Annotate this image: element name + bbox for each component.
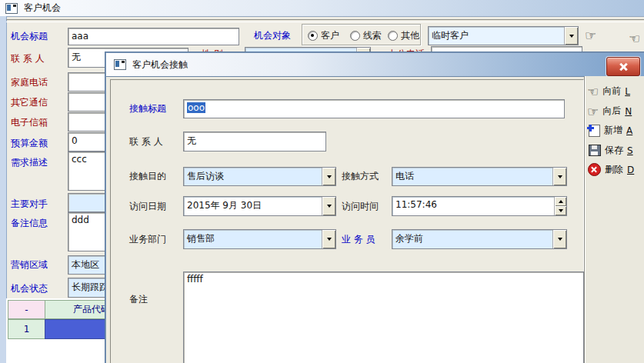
combo-business-department[interactable]: 销售部: [183, 229, 336, 249]
visit-date-value: 2015年 9月 30日: [184, 197, 322, 215]
delete-button[interactable]: 删除 D: [588, 163, 634, 176]
backward-button-label: 向后: [602, 105, 621, 118]
input-dialog-contact-person[interactable]: 无: [183, 132, 326, 152]
radio-other-icon[interactable]: [388, 31, 398, 41]
radio-option-other[interactable]: 其他: [388, 30, 419, 41]
dialog-titlebar[interactable]: 客户机会接触: [106, 53, 644, 77]
input-contact-title[interactable]: ooo: [183, 99, 565, 118]
product-table-row-number[interactable]: 1: [8, 319, 45, 339]
parent-client-top-border: [6, 19, 644, 22]
backward-button[interactable]: ☞ 向后 N: [587, 105, 632, 118]
label-demand-description: 需求描述: [11, 157, 48, 168]
header-minus-text: -: [25, 305, 28, 315]
input-opportunity-title[interactable]: aaa: [68, 28, 239, 45]
label-contact-title: 接触标题: [129, 103, 166, 114]
radio-customer-selected-icon[interactable]: [308, 31, 318, 41]
radio-option-lead[interactable]: 线索: [350, 30, 382, 41]
dropdown-arrow-icon: [558, 175, 562, 178]
label-dialog-contact-person: 联 系 人: [129, 136, 163, 147]
forward-button-label: 向前: [602, 85, 621, 98]
combo-customer-type[interactable]: 临时客户: [428, 26, 579, 45]
save-button-label: 保存: [605, 144, 623, 157]
combo-visit-date[interactable]: 2015年 9月 30日: [183, 196, 336, 216]
combo-salesman-dropdown-button[interactable]: [552, 230, 566, 248]
label-main-rival: 主要对手: [11, 198, 48, 209]
radio-option-customer[interactable]: 客户: [308, 30, 339, 41]
delete-cross-icon: [588, 163, 601, 176]
dropdown-arrow-icon: [558, 238, 562, 241]
combo-visit-date-dropdown-button[interactable]: [322, 197, 335, 215]
opportunity-title-value: aaa: [68, 28, 239, 42]
contact-purpose-value: 售后访谈: [184, 168, 322, 185]
dropdown-arrow-icon: [327, 238, 332, 241]
save-button[interactable]: 保存 S: [589, 144, 633, 157]
parent-forward-hand-icon[interactable]: ☜: [629, 32, 640, 45]
office-phone-value: [432, 47, 582, 49]
contact-title-value: ooo: [184, 100, 564, 113]
delete-button-label: 删除: [605, 163, 623, 176]
visit-time-value: 11:57:46: [392, 197, 554, 215]
add-button-hotkey: A: [626, 125, 632, 136]
label-business-department: 业务部门: [129, 234, 166, 245]
radio-other-label: 其他: [401, 30, 419, 41]
header-product-code-text: 产品代码: [73, 303, 110, 316]
dropdown-arrow-icon: [327, 205, 332, 208]
combo-contact-purpose[interactable]: 售后访谈: [183, 167, 336, 186]
opportunity-object-radio-group: 客户 线索 其他: [302, 24, 421, 45]
dialog-title: 客户机会接触: [132, 58, 188, 72]
salesman-value: 余学前: [392, 230, 552, 248]
backward-button-hotkey: N: [625, 106, 632, 117]
save-button-hotkey: S: [627, 145, 633, 156]
product-table-header-minus[interactable]: -: [8, 300, 45, 319]
dialog-window: 客户机会接触 接触标题 ooo 联 系 人 无 接触目的 售后访谈 接触方式 电…: [105, 52, 644, 363]
spin-down-button[interactable]: [555, 206, 566, 215]
add-button-label: 新增: [604, 124, 622, 137]
dialog-right-toolbar: [584, 76, 644, 363]
parent-window-icon: [5, 3, 18, 14]
business-department-value: 销售部: [184, 230, 322, 248]
label-salesman: 业 务 员: [342, 234, 375, 245]
label-visit-time: 访问时间: [342, 201, 379, 211]
hand-right-icon: ☞: [587, 105, 599, 118]
combo-contact-purpose-dropdown-button[interactable]: [322, 168, 335, 185]
combo-customer-type-dropdown-button[interactable]: [564, 27, 578, 45]
label-note-info: 备注信息: [11, 218, 48, 228]
add-button[interactable]: 新增 A: [589, 124, 632, 137]
floppy-disk-icon: [589, 145, 601, 156]
label-marketing-region: 营销区域: [11, 259, 48, 270]
radio-customer-label: 客户: [321, 30, 339, 41]
forward-button-hotkey: L: [625, 86, 630, 97]
label-email: 电子信箱: [11, 117, 48, 128]
hand-left-icon: ☜: [587, 85, 599, 98]
app-screen: 客户机会 机会标题 aaa 机会对象 客户 线索 其他 临时客户 ☞ ☜ 联 系…: [0, 0, 644, 363]
label-visit-date: 访问日期: [129, 201, 166, 211]
row-number-text: 1: [24, 324, 30, 335]
dialog-window-icon: [114, 59, 126, 70]
contact-method-value: 电话: [392, 168, 552, 185]
forward-button[interactable]: ☜ 向前 L: [587, 85, 630, 98]
close-icon: [619, 62, 628, 72]
close-button[interactable]: [606, 57, 640, 76]
textarea-remark[interactable]: fffff: [183, 271, 584, 363]
spin-down-icon: [559, 209, 563, 212]
combo-customer-type-value: 临时客户: [429, 27, 564, 45]
delete-button-hotkey: D: [627, 165, 634, 175]
spinner-visit-time[interactable]: 11:57:46: [392, 196, 567, 216]
label-budget: 预算金额: [11, 138, 48, 148]
label-contact-purpose: 接触目的: [129, 171, 166, 182]
radio-lead-label: 线索: [363, 30, 382, 41]
dropdown-arrow-icon: [327, 175, 332, 178]
label-contact-method: 接触方式: [342, 171, 379, 182]
remark-value: fffff: [184, 272, 583, 285]
parent-window-titlebar[interactable]: 客户机会: [0, 0, 644, 17]
radio-lead-icon[interactable]: [350, 31, 360, 41]
spin-up-icon: [559, 200, 563, 203]
combo-salesman[interactable]: 余学前: [392, 229, 567, 249]
new-document-icon: [589, 125, 600, 137]
spin-up-button[interactable]: [555, 197, 566, 206]
combo-contact-method[interactable]: 电话: [392, 167, 567, 186]
combo-contact-method-dropdown-button[interactable]: [552, 168, 566, 185]
combo-business-department-dropdown-button[interactable]: [322, 230, 335, 248]
label-opportunity-title: 机会标题: [11, 31, 48, 42]
select-customer-hand-icon[interactable]: ☞: [585, 29, 596, 42]
